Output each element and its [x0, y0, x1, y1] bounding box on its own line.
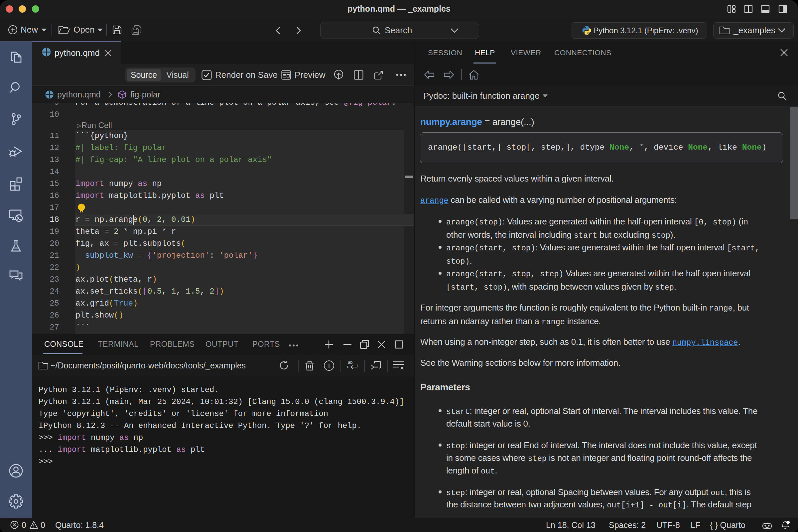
svg-text:c: c [347, 364, 349, 369]
